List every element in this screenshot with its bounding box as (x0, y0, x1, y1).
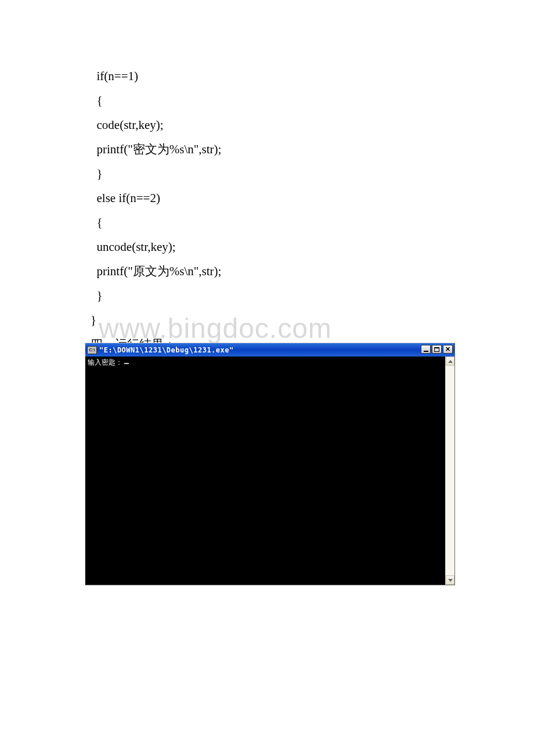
scroll-up-button[interactable] (446, 357, 454, 366)
close-icon: ✕ (445, 346, 450, 352)
maximize-button[interactable] (432, 345, 442, 354)
arrow-down-icon (448, 579, 453, 582)
code-line: { (91, 88, 470, 113)
console-body[interactable]: 输入密匙： (85, 357, 445, 585)
dos-window: C:\ "E:\DOWN1\1231\Debug\1231.exe" ✕ 输入密… (85, 343, 455, 585)
code-line: } (91, 161, 470, 186)
code-line: { (91, 210, 470, 235)
maximize-icon (434, 347, 439, 352)
arrow-up-icon (448, 360, 453, 363)
cmd-icon-label: C:\ (89, 348, 95, 352)
cmd-icon: C:\ (87, 346, 97, 354)
code-line: printf("原文为%s\n",str); (91, 259, 470, 283)
console-cursor (124, 363, 129, 364)
code-line: else if(n==2) (91, 186, 470, 210)
code-line: } (91, 308, 470, 332)
code-line: uncode(str,key); (91, 235, 470, 259)
console-prompt: 输入密匙： (88, 358, 122, 366)
window-titlebar[interactable]: C:\ "E:\DOWN1\1231\Debug\1231.exe" ✕ (85, 343, 454, 357)
window-title: "E:\DOWN1\1231\Debug\1231.exe" (99, 346, 234, 354)
document-content: if(n==1) { code(str,key); printf("密文为%s\… (0, 64, 534, 381)
window-controls: ✕ (421, 345, 453, 354)
scrollbar[interactable] (445, 357, 454, 585)
code-line: if(n==1) (91, 64, 470, 88)
minimize-button[interactable] (421, 345, 431, 354)
close-button[interactable]: ✕ (443, 345, 453, 354)
code-line: } (91, 283, 470, 308)
scroll-down-button[interactable] (446, 575, 454, 585)
scroll-track[interactable] (446, 366, 454, 575)
code-line: code(str,key); (91, 113, 470, 137)
console-area: 输入密匙： (85, 357, 454, 585)
minimize-icon (424, 351, 428, 352)
code-line: printf("密文为%s\n",str); (91, 137, 470, 161)
